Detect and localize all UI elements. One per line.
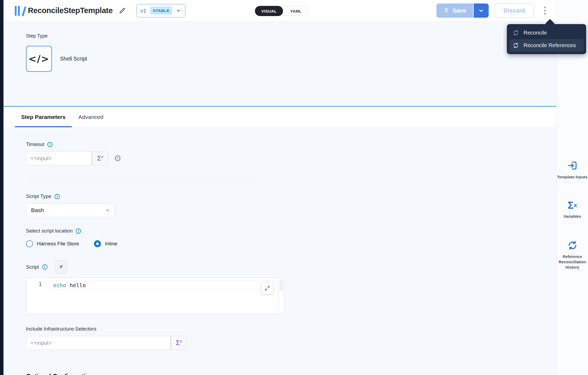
active-tab-underline <box>15 126 72 127</box>
form-divider <box>26 181 257 181</box>
rail-item-label: Template Inputs <box>557 174 588 180</box>
info-icon[interactable] <box>42 264 48 270</box>
visual-yaml-toggle: VISUAL YAML <box>255 6 309 16</box>
timeout-input[interactable]: <+input> Σ x <box>26 151 108 165</box>
main-column: ReconcileStepTemplate v1 STABLE VISUAL Y… <box>3 0 556 375</box>
editor-line-number: 1 <box>26 278 51 314</box>
version-label: v1 <box>141 8 146 14</box>
infra-selectors-input[interactable]: <+input> Σ x <box>26 336 187 350</box>
timeout-value: <+input> <box>26 152 91 165</box>
rail-item-variables[interactable]: Σx Variables <box>557 201 588 219</box>
rail-item-reference-reconciliation-history[interactable]: Reference Reconciliation History <box>557 240 588 270</box>
menu-item-label: Reconcile References <box>523 42 576 48</box>
script-location-label-row: Select script location <box>26 228 556 234</box>
right-rail: Template Inputs Σx Variables Reference R… <box>556 0 588 375</box>
script-type-label: Script Type <box>26 193 51 199</box>
script-location-label: Select script location <box>26 228 73 234</box>
sigma-icon: Σ <box>176 339 180 347</box>
toggle-yaml[interactable]: YAML <box>283 9 308 13</box>
tab-label: Step Parameters <box>21 114 66 120</box>
radio-label: Inline <box>105 241 117 247</box>
infra-selectors-label-row: Include Infrastructure Selectors <box>26 326 556 332</box>
template-library-icon <box>15 6 24 16</box>
tab-step-parameters[interactable]: Step Parameters <box>15 107 72 127</box>
menu-item-reconcile[interactable]: Reconcile <box>509 27 584 39</box>
chevron-down-icon <box>105 208 110 213</box>
edit-title-button[interactable] <box>119 7 126 14</box>
rail-item-label: Reference Reconciliation History <box>557 254 588 270</box>
shell-script-step-card[interactable]: </> <box>26 46 52 72</box>
chevron-down-icon <box>176 8 181 13</box>
radio-inline[interactable]: Inline <box>94 240 117 247</box>
page-header: ReconcileStepTemplate v1 STABLE VISUAL Y… <box>3 0 556 21</box>
pencil-icon <box>119 7 126 14</box>
code-text: hello <box>70 282 86 288</box>
pin-script-button[interactable] <box>55 260 67 274</box>
code-keyword: echo <box>53 282 66 288</box>
editor-scrollbar[interactable] <box>278 278 284 314</box>
sigma-sup-x: x <box>180 339 182 343</box>
step-parameters-form: Timeout <+input> Σ x ⚙ Script Type <box>3 128 556 375</box>
step-type-value: Shell Script <box>60 56 87 62</box>
info-icon[interactable] <box>54 194 60 199</box>
context-menu: Reconcile Reconcile References <box>507 24 586 54</box>
optional-configuration-toggle[interactable]: Optional Configuration <box>26 373 556 375</box>
tab-label: Advanced <box>78 114 103 120</box>
refresh-icon <box>567 240 578 250</box>
radio-label: Harness File Store <box>37 241 79 247</box>
info-icon[interactable] <box>47 142 53 147</box>
save-button-label: Save <box>453 7 466 14</box>
script-label: Script <box>26 264 39 270</box>
timeout-label: Timeout <box>26 141 44 147</box>
infra-selectors-label: Include Infrastructure Selectors <box>26 326 96 332</box>
version-selector[interactable]: v1 STABLE <box>137 4 186 17</box>
settings-gear-icon[interactable]: ⚙ <box>114 154 122 163</box>
version-stable-badge: STABLE <box>150 6 173 15</box>
shell-script-icon: </> <box>28 53 50 64</box>
tab-advanced[interactable]: Advanced <box>72 107 110 127</box>
sigma-sup-x: x <box>101 155 103 159</box>
menu-item-reconcile-references[interactable]: Reconcile References <box>509 39 584 52</box>
discard-button[interactable]: Discard <box>495 3 534 18</box>
editor-code-area[interactable]: echo hello <box>51 278 278 314</box>
expand-editor-button[interactable] <box>261 282 273 294</box>
script-type-label-row: Script Type <box>26 193 556 199</box>
script-label-row: Script <box>26 264 48 270</box>
step-type-section: Step Type </> Shell Script <box>3 21 556 106</box>
template-inputs-icon <box>567 160 578 171</box>
toggle-visual[interactable]: VISUAL <box>255 6 283 16</box>
timeout-label-row: Timeout <box>26 141 556 147</box>
collapsed-nav-strip[interactable] <box>0 0 3 375</box>
info-icon[interactable] <box>76 228 81 234</box>
expression-input-type-button[interactable]: Σ x <box>93 152 108 165</box>
header-actions: Save Discard <box>436 3 550 18</box>
more-options-button[interactable] <box>541 5 548 17</box>
rail-item-label: Variables <box>564 214 581 219</box>
upgrade-arrow-icon <box>443 8 449 14</box>
refresh-icon <box>513 42 519 48</box>
sigma-icon: Σ <box>97 155 101 162</box>
save-button[interactable]: Save <box>436 3 474 18</box>
save-split-button: Save <box>436 3 489 18</box>
page-title: ReconcileStepTemplate <box>28 6 113 15</box>
step-type-label: Step Type <box>26 33 556 39</box>
refresh-icon <box>513 30 519 36</box>
optional-configuration-label: Optional Configuration <box>26 373 93 375</box>
editor-current-line[interactable]: echo hello <box>51 280 278 290</box>
expression-input-type-button[interactable]: Σ x <box>171 336 186 350</box>
fullscreen-icon <box>264 285 270 291</box>
variables-icon: Σx <box>568 201 577 210</box>
pushpin-icon <box>58 264 64 270</box>
script-code-editor[interactable]: 1 echo hello <box>26 278 284 314</box>
chevron-down-icon <box>98 373 105 375</box>
script-type-select[interactable]: Bash <box>26 203 115 217</box>
rail-item-template-inputs[interactable]: Template Inputs <box>557 160 588 180</box>
editor-scroll-thumb[interactable] <box>280 280 283 291</box>
script-type-value: Bash <box>31 207 44 213</box>
menu-item-label: Reconcile <box>523 30 547 36</box>
chevron-down-icon <box>478 8 484 14</box>
radio-harness-file-store[interactable]: Harness File Store <box>26 240 79 247</box>
radio-circle-selected <box>94 240 101 247</box>
save-options-button[interactable] <box>474 3 489 18</box>
radio-circle-unselected <box>26 240 33 247</box>
